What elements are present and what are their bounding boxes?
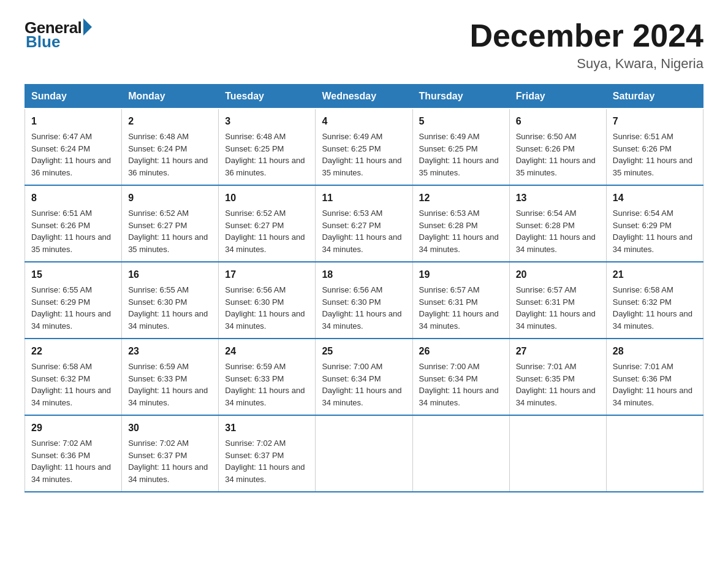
week-row-5: 29Sunrise: 7:02 AMSunset: 6:36 PMDayligh… bbox=[25, 415, 703, 492]
day-number: 16 bbox=[128, 267, 212, 282]
day-number: 9 bbox=[128, 191, 212, 205]
calendar-cell: 5Sunrise: 6:49 AMSunset: 6:25 PMDaylight… bbox=[412, 109, 509, 185]
calendar-cell: 13Sunrise: 6:54 AMSunset: 6:28 PMDayligh… bbox=[509, 185, 606, 262]
week-row-4: 22Sunrise: 6:58 AMSunset: 6:32 PMDayligh… bbox=[25, 339, 703, 415]
calendar-cell: 7Sunrise: 6:51 AMSunset: 6:26 PMDaylight… bbox=[606, 109, 703, 185]
day-number: 21 bbox=[613, 267, 697, 282]
logo-blue-text: Blue bbox=[26, 33, 60, 52]
location: Suya, Kwara, Nigeria bbox=[469, 56, 703, 72]
week-row-1: 1Sunrise: 6:47 AMSunset: 6:24 PMDaylight… bbox=[25, 109, 703, 185]
calendar-cell: 19Sunrise: 6:57 AMSunset: 6:31 PMDayligh… bbox=[412, 262, 509, 339]
calendar-cell: 31Sunrise: 7:02 AMSunset: 6:37 PMDayligh… bbox=[219, 415, 316, 492]
day-number: 7 bbox=[613, 114, 697, 129]
day-number: 17 bbox=[225, 267, 309, 282]
day-number: 27 bbox=[516, 344, 600, 359]
calendar-cell: 14Sunrise: 6:54 AMSunset: 6:29 PMDayligh… bbox=[606, 185, 703, 262]
day-number: 5 bbox=[419, 114, 503, 129]
calendar-cell: 21Sunrise: 6:58 AMSunset: 6:32 PMDayligh… bbox=[606, 262, 703, 339]
calendar-cell: 28Sunrise: 7:01 AMSunset: 6:36 PMDayligh… bbox=[606, 339, 703, 415]
logo-triangle-icon bbox=[83, 18, 92, 36]
day-number: 30 bbox=[128, 421, 212, 435]
calendar-cell: 6Sunrise: 6:50 AMSunset: 6:26 PMDaylight… bbox=[509, 109, 606, 185]
col-tuesday: Tuesday bbox=[219, 85, 316, 109]
calendar-cell: 9Sunrise: 6:52 AMSunset: 6:27 PMDaylight… bbox=[122, 185, 219, 262]
calendar-cell: 30Sunrise: 7:02 AMSunset: 6:37 PMDayligh… bbox=[122, 415, 219, 492]
day-number: 26 bbox=[419, 344, 503, 359]
day-number: 18 bbox=[322, 267, 406, 282]
calendar-cell: 10Sunrise: 6:52 AMSunset: 6:27 PMDayligh… bbox=[219, 185, 316, 262]
day-number: 13 bbox=[516, 191, 600, 205]
day-number: 15 bbox=[31, 267, 115, 282]
day-number: 28 bbox=[613, 344, 697, 359]
week-row-2: 8Sunrise: 6:51 AMSunset: 6:26 PMDaylight… bbox=[25, 185, 703, 262]
calendar-cell bbox=[509, 415, 606, 492]
col-thursday: Thursday bbox=[412, 85, 509, 109]
day-number: 14 bbox=[613, 191, 697, 205]
day-number: 2 bbox=[128, 114, 212, 129]
day-number: 22 bbox=[31, 344, 115, 359]
calendar-cell: 23Sunrise: 6:59 AMSunset: 6:33 PMDayligh… bbox=[122, 339, 219, 415]
day-number: 12 bbox=[419, 191, 503, 205]
calendar-cell bbox=[316, 415, 412, 492]
day-number: 6 bbox=[516, 114, 600, 129]
day-number: 31 bbox=[225, 421, 309, 435]
col-monday: Monday bbox=[122, 85, 219, 109]
week-row-3: 15Sunrise: 6:55 AMSunset: 6:29 PMDayligh… bbox=[25, 262, 703, 339]
calendar-cell: 20Sunrise: 6:57 AMSunset: 6:31 PMDayligh… bbox=[509, 262, 606, 339]
logo: General Blue bbox=[25, 18, 92, 52]
calendar-cell: 15Sunrise: 6:55 AMSunset: 6:29 PMDayligh… bbox=[25, 262, 122, 339]
calendar-cell: 17Sunrise: 6:56 AMSunset: 6:30 PMDayligh… bbox=[219, 262, 316, 339]
calendar-cell: 4Sunrise: 6:49 AMSunset: 6:25 PMDaylight… bbox=[316, 109, 412, 185]
day-number: 4 bbox=[322, 114, 406, 129]
day-number: 3 bbox=[225, 114, 309, 129]
day-number: 11 bbox=[322, 191, 406, 205]
calendar-cell: 11Sunrise: 6:53 AMSunset: 6:27 PMDayligh… bbox=[316, 185, 412, 262]
title-section: December 2024 Suya, Kwara, Nigeria bbox=[469, 18, 703, 72]
day-number: 20 bbox=[516, 267, 600, 282]
day-number: 10 bbox=[225, 191, 309, 205]
calendar-cell: 26Sunrise: 7:00 AMSunset: 6:34 PMDayligh… bbox=[412, 339, 509, 415]
day-number: 24 bbox=[225, 344, 309, 359]
day-number: 1 bbox=[31, 114, 115, 129]
col-wednesday: Wednesday bbox=[316, 85, 412, 109]
calendar-cell: 3Sunrise: 6:48 AMSunset: 6:25 PMDaylight… bbox=[219, 109, 316, 185]
calendar-cell: 1Sunrise: 6:47 AMSunset: 6:24 PMDaylight… bbox=[25, 109, 122, 185]
calendar-cell: 18Sunrise: 6:56 AMSunset: 6:30 PMDayligh… bbox=[316, 262, 412, 339]
day-number: 8 bbox=[31, 191, 115, 205]
calendar-cell: 29Sunrise: 7:02 AMSunset: 6:36 PMDayligh… bbox=[25, 415, 122, 492]
col-saturday: Saturday bbox=[606, 85, 703, 109]
calendar-cell: 24Sunrise: 6:59 AMSunset: 6:33 PMDayligh… bbox=[219, 339, 316, 415]
calendar-cell: 25Sunrise: 7:00 AMSunset: 6:34 PMDayligh… bbox=[316, 339, 412, 415]
day-number: 19 bbox=[419, 267, 503, 282]
calendar-cell: 22Sunrise: 6:58 AMSunset: 6:32 PMDayligh… bbox=[25, 339, 122, 415]
calendar-table: Sunday Monday Tuesday Wednesday Thursday… bbox=[25, 84, 703, 492]
calendar-cell: 27Sunrise: 7:01 AMSunset: 6:35 PMDayligh… bbox=[509, 339, 606, 415]
header-row: Sunday Monday Tuesday Wednesday Thursday… bbox=[25, 85, 703, 109]
calendar-cell: 8Sunrise: 6:51 AMSunset: 6:26 PMDaylight… bbox=[25, 185, 122, 262]
day-number: 23 bbox=[128, 344, 212, 359]
calendar-cell: 16Sunrise: 6:55 AMSunset: 6:30 PMDayligh… bbox=[122, 262, 219, 339]
day-number: 25 bbox=[322, 344, 406, 359]
page-header: General Blue December 2024 Suya, Kwara, … bbox=[25, 18, 703, 72]
calendar-cell: 12Sunrise: 6:53 AMSunset: 6:28 PMDayligh… bbox=[412, 185, 509, 262]
calendar-cell: 2Sunrise: 6:48 AMSunset: 6:24 PMDaylight… bbox=[122, 109, 219, 185]
calendar-cell bbox=[412, 415, 509, 492]
col-friday: Friday bbox=[509, 85, 606, 109]
day-number: 29 bbox=[31, 421, 115, 435]
calendar-cell bbox=[606, 415, 703, 492]
month-title: December 2024 bbox=[469, 18, 703, 53]
col-sunday: Sunday bbox=[25, 85, 122, 109]
